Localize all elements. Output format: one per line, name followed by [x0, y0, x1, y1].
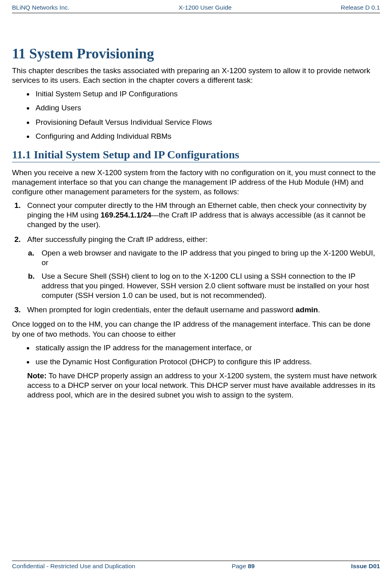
header-release: Release D 0.1 — [341, 4, 380, 11]
step-item: Connect your computer directly to the HM… — [12, 201, 380, 230]
after-steps-text: Once logged on to the HM, you can change… — [12, 319, 380, 339]
note-block: Note: To have DHCP properly assign an ad… — [27, 371, 380, 400]
header-doc-title: X-1200 User Guide — [179, 4, 232, 11]
page-content: 11 System Provisioning This chapter desc… — [12, 13, 380, 400]
substep-item: Use a Secure Shell (SSH) client to log o… — [27, 272, 380, 300]
footer-page: Page 89 — [232, 563, 255, 570]
task-item: Configuring and Adding Individual RBMs — [34, 132, 380, 141]
section-intro: When you receive a new X-1200 system fro… — [12, 168, 380, 197]
footer-issue: Issue D01 — [351, 563, 380, 570]
method-item: statically assign the IP address for the… — [34, 343, 380, 353]
section-heading: 11.1 Initial System Setup and IP Configu… — [12, 148, 380, 162]
task-item: Initial System Setup and IP Configuratio… — [34, 89, 380, 99]
step-text: When prompted for login credentials, ent… — [27, 305, 296, 314]
methods-list: statically assign the IP address for the… — [12, 343, 380, 367]
footer-page-label: Page — [232, 563, 248, 569]
substep-item: Open a web browser and navigate to the I… — [27, 248, 380, 268]
page-header: BLiNQ Networks Inc. X-1200 User Guide Re… — [12, 0, 380, 13]
task-item: Adding Users — [34, 103, 380, 113]
step-item: When prompted for login credentials, ent… — [12, 305, 380, 315]
page-footer: Confidential - Restricted Use and Duplic… — [12, 561, 380, 570]
step-item: After successfully pinging the Craft IP … — [12, 235, 380, 301]
footer-page-number: 89 — [248, 563, 255, 569]
header-company: BLiNQ Networks Inc. — [12, 4, 70, 11]
task-list: Initial System Setup and IP Configuratio… — [12, 89, 380, 141]
step-text: . — [318, 305, 320, 314]
chapter-intro: This chapter describes the tasks associa… — [12, 66, 380, 85]
note-label: Note: — [27, 371, 47, 380]
task-item: Provisioning Default Versus Individual S… — [34, 118, 380, 127]
chapter-heading: 11 System Provisioning — [12, 45, 380, 62]
footer-confidential: Confidential - Restricted Use and Duplic… — [12, 563, 135, 570]
substeps-list: Open a web browser and navigate to the I… — [27, 248, 380, 301]
note-body: To have DHCP properly assign an address … — [27, 371, 377, 399]
default-cred: admin — [296, 305, 318, 314]
steps-list: Connect your computer directly to the HM… — [12, 201, 380, 315]
craft-ip: 169.254.1.1/24 — [101, 211, 151, 219]
method-item: use the Dynamic Host Configuration Proto… — [34, 357, 380, 367]
step-text: After successfully pinging the Craft IP … — [27, 235, 208, 244]
